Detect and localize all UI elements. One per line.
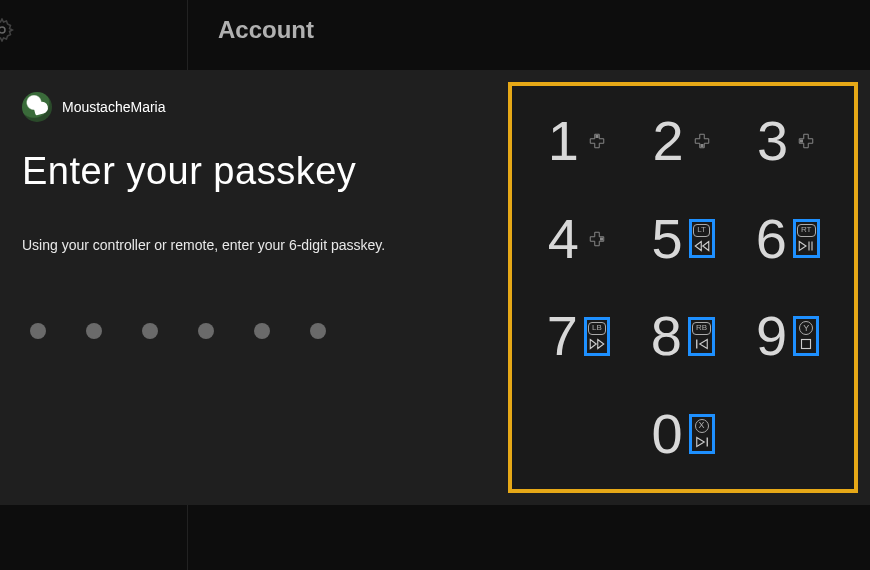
passkey-dots — [22, 323, 488, 339]
rewind-icon — [693, 239, 711, 253]
svg-rect-4 — [600, 237, 603, 240]
tag-label: RT — [797, 224, 816, 236]
passkey-dot — [198, 323, 214, 339]
gear-icon — [0, 18, 14, 46]
key-0[interactable]: 0 X — [631, 385, 736, 483]
hint-lb: LB — [584, 317, 610, 355]
key-3[interactable]: 3 — [735, 92, 840, 190]
hint-rb: RB — [688, 317, 715, 355]
key-5[interactable]: 5 LT — [631, 190, 736, 288]
passkey-dot — [30, 323, 46, 339]
header-bar: Account — [0, 0, 870, 70]
hint-rt: RT — [793, 219, 820, 257]
avatar — [22, 92, 52, 122]
header-divider — [187, 0, 188, 70]
prev-icon — [693, 337, 711, 351]
hint-x: X — [689, 414, 715, 454]
footer-bar — [0, 505, 870, 570]
play-pause-icon — [797, 239, 815, 253]
hint-lt: LT — [689, 219, 715, 257]
svg-rect-1 — [595, 135, 598, 138]
key-9[interactable]: 9 Y — [735, 288, 840, 386]
instruction-text: Using your controller or remote, enter y… — [22, 237, 488, 253]
footer-divider — [187, 505, 188, 570]
key-7[interactable]: 7 LB — [526, 288, 631, 386]
key-8[interactable]: 8 RB — [631, 288, 736, 386]
dpad-right-icon — [585, 230, 609, 248]
key-6[interactable]: 6 RT — [735, 190, 840, 288]
key-2[interactable]: 2 — [631, 92, 736, 190]
digit-label: 5 — [651, 211, 682, 267]
passkey-dot — [254, 323, 270, 339]
digit-label: 4 — [548, 211, 579, 267]
stop-icon — [797, 337, 815, 351]
username: MoustacheMaria — [62, 99, 166, 115]
tag-label: LT — [693, 224, 710, 236]
key-1[interactable]: 1 — [526, 92, 631, 190]
keypad: 1 2 3 4 5 LT — [508, 82, 858, 493]
svg-rect-5 — [802, 340, 811, 349]
tag-label: Y — [799, 321, 813, 335]
digit-label: 1 — [548, 113, 579, 169]
digit-label: 8 — [651, 308, 682, 364]
next-icon — [693, 435, 711, 449]
dpad-down-icon — [690, 132, 714, 150]
section-label: Account — [218, 16, 314, 44]
passkey-dot — [86, 323, 102, 339]
page-title: Enter your passkey — [22, 150, 488, 193]
key-4[interactable]: 4 — [526, 190, 631, 288]
dpad-up-icon — [585, 132, 609, 150]
svg-rect-2 — [700, 144, 703, 147]
tag-label: LB — [588, 322, 606, 334]
tag-label: X — [695, 419, 709, 433]
tag-label: RB — [692, 322, 711, 334]
fast-fwd-icon — [588, 337, 606, 351]
digit-label: 2 — [652, 113, 683, 169]
user-row: MoustacheMaria — [22, 92, 488, 122]
digit-label: 3 — [757, 113, 788, 169]
passkey-dot — [142, 323, 158, 339]
svg-point-0 — [0, 27, 5, 33]
left-panel: MoustacheMaria Enter your passkey Using … — [0, 70, 508, 505]
dpad-left-icon — [794, 132, 818, 150]
digit-label: 9 — [756, 308, 787, 364]
digit-label: 0 — [651, 406, 682, 462]
passkey-dot — [310, 323, 326, 339]
hint-y: Y — [793, 316, 819, 356]
digit-label: 6 — [756, 211, 787, 267]
main-panel: MoustacheMaria Enter your passkey Using … — [0, 70, 870, 505]
digit-label: 7 — [547, 308, 578, 364]
svg-rect-3 — [800, 139, 803, 142]
